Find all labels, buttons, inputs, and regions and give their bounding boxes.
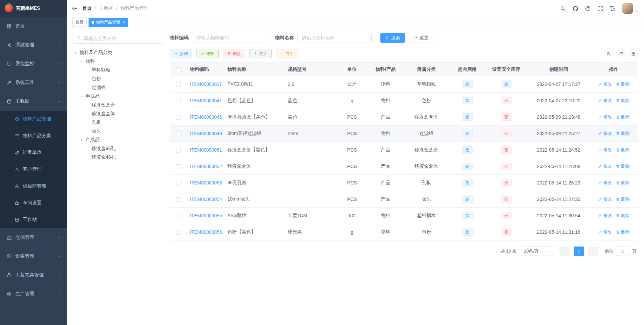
caret-down-icon[interactable]: ▾ [79,138,84,142]
edit-row-button[interactable]: 修改 [598,147,612,153]
tab[interactable]: 首页 [72,18,87,27]
tree-node[interactable]: ▾物料 [73,57,162,66]
sidebar-item[interactable]: 生产管理 [0,284,67,303]
row-checkbox[interactable] [176,115,181,120]
header-search-icon[interactable] [560,6,566,11]
sidebar-subitem[interactable]: 物料产品管理 [0,111,67,127]
select-all-checkbox[interactable] [176,67,181,72]
edit-row-button[interactable]: 修改 [598,163,612,169]
sidebar-item[interactable]: 系统监控 [0,54,67,73]
columns-button[interactable] [629,49,638,58]
fullscreen-icon[interactable] [597,6,603,11]
edit-button[interactable]: 修改 [196,49,219,58]
tree-node[interactable]: 移液盒盒体 [73,109,162,118]
row-checkbox[interactable] [176,164,181,169]
search-button[interactable]: 搜索 [380,33,405,43]
material-code-link[interactable]: ITEM00000046 [190,114,222,120]
row-checkbox[interactable] [176,214,181,218]
page-number-button[interactable]: 1 [574,247,584,256]
export-button[interactable]: 导出 [276,49,298,58]
delete-row-button[interactable]: 删除 [616,114,630,120]
page-size-select[interactable]: 10条/页 [521,247,555,256]
caret-down-icon[interactable]: ▾ [79,59,84,64]
delete-row-button[interactable]: 删除 [616,196,630,202]
sidebar-item[interactable]: 主数据 [0,92,67,111]
material-code-link[interactable]: ITEM00000052 [190,164,222,169]
delete-row-button[interactable]: 删除 [616,147,630,153]
tree-node[interactable]: 孔板 [73,118,162,127]
logo[interactable]: 苦糖果MES [0,0,67,17]
caret-down-icon[interactable]: ▾ [73,51,78,55]
github-icon[interactable] [573,6,578,11]
sidebar-subitem[interactable]: 计量单位 [0,144,67,161]
delete-row-button[interactable]: 删除 [616,213,630,219]
tree-node[interactable]: ▾产成品 [73,136,162,144]
edit-row-button[interactable]: 修改 [598,196,612,202]
material-code-link[interactable]: ITEM00000056 [190,229,222,235]
row-checkbox[interactable] [176,230,181,235]
edit-row-button[interactable]: 修改 [598,114,612,120]
material-name-input[interactable] [297,33,372,43]
tree-node[interactable]: ▾物料及产品分类 [73,48,162,57]
add-button[interactable]: 新增 [170,49,192,58]
delete-row-button[interactable]: 删除 [616,98,630,104]
edit-row-button[interactable]: 修改 [598,130,612,137]
edit-row-button[interactable]: 修改 [598,180,612,186]
row-checkbox[interactable] [176,99,181,103]
sidebar-item[interactable]: 设备管理 [0,247,67,266]
delete-row-button[interactable]: 删除 [616,130,630,137]
delete-row-button[interactable]: 删除 [616,163,630,169]
material-code-link[interactable]: ITEM00000037 [190,82,222,87]
tree-node[interactable]: 吸头 [73,127,162,136]
material-code-link[interactable]: ITEM00000055 [190,213,222,218]
prev-page-button[interactable] [559,247,570,256]
row-checkbox[interactable] [176,131,181,136]
tab-close-icon[interactable]: × [122,20,125,24]
sidebar-subitem[interactable]: 物料产品分类 [0,127,67,144]
help-icon[interactable] [585,6,591,11]
tree-node[interactable]: 塑料颗粒 [73,66,162,74]
category-search-input[interactable] [73,33,162,44]
sidebar-item[interactable]: 仓储管理 [0,228,67,247]
delete-row-button[interactable]: 删除 [616,180,630,186]
row-checkbox[interactable] [176,197,181,202]
refresh-button[interactable] [616,49,626,58]
material-code-link[interactable]: ITEM00000053 [190,180,222,185]
material-code-link[interactable]: ITEM00000049 [190,131,222,136]
tree-node[interactable]: 移液盒48孔 [73,153,162,162]
font-size-icon[interactable] [610,6,615,11]
tab[interactable]: 物料产品管理× [89,18,128,27]
sidebar-subitem[interactable]: 工作站 [0,211,67,228]
edit-row-button[interactable]: 修改 [598,229,612,235]
sidebar-item[interactable]: 首页 [0,17,67,36]
edit-row-button[interactable]: 修改 [598,81,612,87]
user-menu[interactable] [622,3,638,14]
edit-row-button[interactable]: 修改 [598,98,612,104]
material-code-input[interactable] [192,33,266,43]
delete-row-button[interactable]: 删除 [616,81,630,87]
reset-button[interactable]: 重置 [409,33,433,43]
row-checkbox[interactable] [176,148,181,153]
sidebar-item[interactable]: 工装夹具管理 [0,266,67,284]
row-checkbox[interactable] [176,82,181,87]
sidebar-subitem[interactable]: 车间设置 [0,195,67,211]
sidebar-subitem[interactable]: 客户管理 [0,161,67,178]
tree-node[interactable]: 过滤棉 [73,83,162,92]
import-button[interactable]: 导入 [249,49,272,58]
next-page-button[interactable] [588,247,598,256]
breadcrumb-item[interactable]: 首页 [82,5,92,11]
tree-node[interactable]: 移液盒96孔 [73,144,162,153]
search-toggle-button[interactable] [604,49,613,58]
row-checkbox[interactable] [176,181,181,185]
sidebar-item[interactable]: 系统管理 [0,36,67,54]
menu-fold-icon[interactable] [72,6,77,11]
tree-node[interactable]: ▾半成品 [73,92,162,101]
caret-down-icon[interactable]: ▾ [79,94,84,99]
edit-row-button[interactable]: 修改 [598,213,612,219]
goto-page-input[interactable] [616,247,630,256]
sidebar-item[interactable]: 系统工具 [0,73,67,92]
avatar[interactable] [622,3,633,14]
material-code-link[interactable]: ITEM00000054 [190,197,222,202]
sidebar-subitem[interactable]: 供应商管理 [0,178,67,195]
delete-row-button[interactable]: 删除 [616,229,630,235]
